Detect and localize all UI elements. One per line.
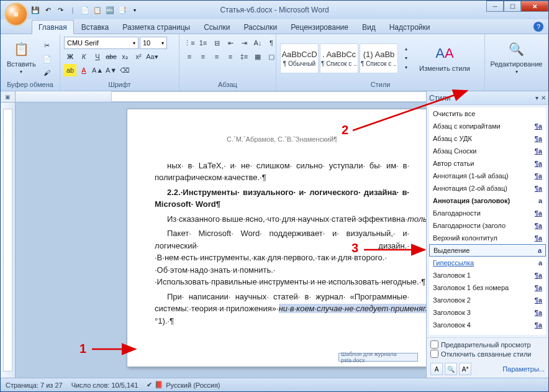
annotation-number-3: 3 — [352, 241, 358, 255]
annotation-arrows — [0, 0, 549, 392]
svg-line-2 — [353, 91, 467, 130]
annotation-number-2: 2 — [342, 123, 348, 137]
annotation-number-1: 1 — [79, 342, 86, 356]
